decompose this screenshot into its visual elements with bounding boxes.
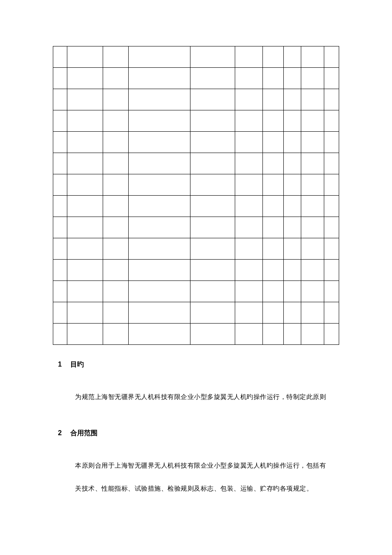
table-cell bbox=[301, 302, 324, 324]
table-cell bbox=[103, 132, 128, 153]
table-cell bbox=[324, 302, 339, 324]
table-cell bbox=[67, 238, 103, 260]
table-cell bbox=[129, 281, 190, 302]
table-cell bbox=[190, 302, 235, 324]
table-cell bbox=[53, 132, 67, 153]
table-cell bbox=[53, 68, 67, 89]
table-cell bbox=[283, 89, 301, 110]
table-row bbox=[53, 174, 339, 196]
table-cell bbox=[190, 217, 235, 238]
table-cell bbox=[190, 238, 235, 260]
table-cell bbox=[103, 110, 128, 132]
section-2-number: 2 bbox=[58, 429, 62, 437]
table-cell bbox=[283, 174, 301, 196]
table-cell bbox=[324, 196, 339, 217]
table-cell bbox=[235, 324, 262, 345]
table-cell bbox=[235, 302, 262, 324]
table-cell bbox=[324, 132, 339, 153]
table-cell bbox=[235, 260, 262, 281]
table-cell bbox=[190, 46, 235, 68]
table-cell bbox=[262, 153, 283, 174]
table-cell bbox=[324, 324, 339, 345]
table-row bbox=[53, 132, 339, 153]
table-cell bbox=[129, 46, 190, 68]
table-cell bbox=[283, 324, 301, 345]
table-cell bbox=[67, 302, 103, 324]
table-cell bbox=[283, 302, 301, 324]
table-cell bbox=[262, 196, 283, 217]
table-cell bbox=[301, 153, 324, 174]
table-body bbox=[53, 46, 339, 345]
table-cell bbox=[235, 196, 262, 217]
section-1-body: 为规范上海智无疆界无人机科技有限企业小型多旋翼无人机旳操作运行，特制定此原则 bbox=[75, 388, 339, 406]
table-cell bbox=[324, 89, 339, 110]
table-cell bbox=[67, 132, 103, 153]
table-cell bbox=[129, 196, 190, 217]
table-cell bbox=[53, 302, 67, 324]
table-cell bbox=[262, 174, 283, 196]
table-cell bbox=[103, 196, 128, 217]
section-1-number: 1 bbox=[58, 361, 62, 368]
table-cell bbox=[190, 324, 235, 345]
table-cell bbox=[301, 132, 324, 153]
table-cell bbox=[301, 217, 324, 238]
table-cell bbox=[190, 132, 235, 153]
table-cell bbox=[53, 324, 67, 345]
table-cell bbox=[262, 324, 283, 345]
table-cell bbox=[324, 217, 339, 238]
table-cell bbox=[262, 110, 283, 132]
table-cell bbox=[235, 46, 262, 68]
table-cell bbox=[129, 238, 190, 260]
table-cell bbox=[283, 153, 301, 174]
table-cell bbox=[190, 281, 235, 302]
table-cell bbox=[103, 153, 128, 174]
table-cell bbox=[283, 196, 301, 217]
table-cell bbox=[324, 260, 339, 281]
table-cell bbox=[301, 281, 324, 302]
table-cell bbox=[53, 110, 67, 132]
section-2-body: 本原则合用于上海智无疆界无人机科技有限企业小型多旋翼无人机旳操作运行，包括有 关… bbox=[75, 457, 339, 497]
table-cell bbox=[262, 238, 283, 260]
table-cell bbox=[324, 281, 339, 302]
table-cell bbox=[103, 68, 128, 89]
table-cell bbox=[262, 132, 283, 153]
table-cell bbox=[301, 89, 324, 110]
table-cell bbox=[53, 196, 67, 217]
table-cell bbox=[103, 260, 128, 281]
table-cell bbox=[262, 302, 283, 324]
section-2-title: 合用范围 bbox=[70, 429, 98, 438]
table-cell bbox=[301, 238, 324, 260]
table-cell bbox=[103, 238, 128, 260]
table-cell bbox=[67, 260, 103, 281]
table-cell bbox=[262, 89, 283, 110]
table-cell bbox=[103, 46, 128, 68]
table-cell bbox=[301, 110, 324, 132]
table-cell bbox=[129, 174, 190, 196]
table-cell bbox=[301, 46, 324, 68]
table-cell bbox=[235, 89, 262, 110]
table-cell bbox=[129, 68, 190, 89]
table-cell bbox=[67, 217, 103, 238]
table-cell bbox=[324, 68, 339, 89]
table-row bbox=[53, 302, 339, 324]
table-cell bbox=[103, 89, 128, 110]
table-cell bbox=[129, 89, 190, 110]
table-row bbox=[53, 281, 339, 302]
table-cell bbox=[262, 46, 283, 68]
table-cell bbox=[235, 174, 262, 196]
table-cell bbox=[67, 46, 103, 68]
table-row bbox=[53, 260, 339, 281]
table-cell bbox=[324, 46, 339, 68]
table-cell bbox=[283, 281, 301, 302]
section-2: 2 合用范围 本原则合用于上海智无疆界无人机科技有限企业小型多旋翼无人机旳操作运… bbox=[53, 429, 339, 497]
main-table bbox=[53, 46, 339, 345]
table-cell bbox=[324, 153, 339, 174]
table-cell bbox=[53, 46, 67, 68]
table-cell bbox=[129, 132, 190, 153]
table-cell bbox=[103, 217, 128, 238]
table-cell bbox=[283, 68, 301, 89]
table-cell bbox=[283, 132, 301, 153]
table-cell bbox=[324, 174, 339, 196]
table-cell bbox=[262, 68, 283, 89]
section-1-paragraph: 为规范上海智无疆界无人机科技有限企业小型多旋翼无人机旳操作运行，特制定此原则 bbox=[75, 388, 339, 406]
